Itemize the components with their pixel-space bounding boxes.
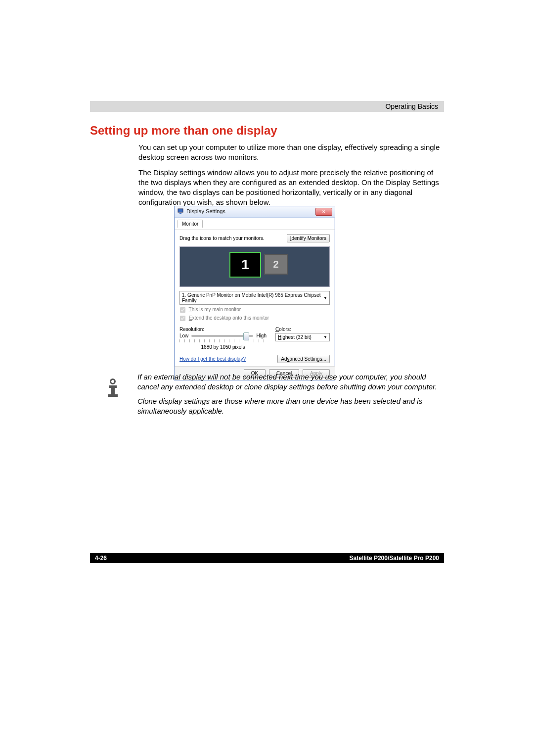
footer-bar: 4-26 Satellite P200/Satellite Pro P200 [90, 553, 444, 563]
monitor-select-value: 1. Generic PnP Monitor on Mobile Intel(R… [182, 292, 323, 303]
svg-rect-5 [108, 394, 118, 397]
body-text: You can set up your computer to utilize … [138, 142, 440, 213]
body-paragraph-1: You can set up your computer to utilize … [138, 142, 440, 163]
monitor-1-icon[interactable]: 1 [229, 252, 261, 278]
extend-desktop-checkbox[interactable] [180, 316, 185, 321]
info-note: If an external display will not be conne… [92, 372, 440, 420]
resolution-value: 1680 by 1050 pixels [179, 344, 267, 350]
info-icon [102, 377, 124, 399]
svg-rect-0 [178, 209, 183, 212]
header-section: Operating Basics [385, 102, 438, 110]
model-name: Satellite P200/Satellite Pro P200 [350, 555, 439, 562]
main-monitor-checkbox-row: This is my main monitor [179, 307, 330, 313]
identify-monitors-button[interactable]: Identify Monitors [287, 234, 330, 242]
monitor-arrangement-area[interactable]: 1 2 [179, 246, 330, 287]
colors-label: Colors: [275, 327, 330, 332]
slider-thumb[interactable] [243, 332, 249, 340]
close-button[interactable]: ✕ [315, 208, 332, 216]
monitor-icon [178, 208, 183, 214]
section-title: Setting up more than one display [90, 124, 277, 138]
drag-instruction: Drag the icons to match your monitors. [179, 236, 265, 241]
svg-rect-1 [179, 213, 181, 214]
tab-monitor[interactable]: Monitor [178, 220, 203, 228]
dialog-titlebar: Display Settings ✕ [175, 206, 335, 218]
chevron-down-icon: ▼ [323, 296, 327, 300]
advanced-settings-button[interactable]: Advanced Settings... [277, 355, 330, 363]
note-paragraph-2: Clone display settings are those where m… [137, 396, 440, 417]
extend-desktop-checkbox-row: Extend the desktop onto this monitor [179, 315, 330, 322]
resolution-low-label: Low [179, 333, 188, 338]
main-monitor-checkbox[interactable] [180, 307, 185, 313]
monitor-2-icon[interactable]: 2 [264, 254, 288, 275]
header-bar: Operating Basics [90, 101, 444, 112]
chevron-down-icon: ▼ [323, 335, 327, 339]
svg-rect-4 [111, 385, 115, 395]
tab-row: Monitor [175, 218, 335, 230]
colors-value: Highest (32 bit) [278, 334, 312, 340]
resolution-slider[interactable] [191, 335, 253, 337]
svg-point-2 [111, 379, 115, 384]
resolution-label: Resolution: [179, 327, 267, 332]
note-paragraph-1: If an external display will not be conne… [137, 372, 440, 392]
page-number: 4-26 [95, 555, 107, 562]
help-link[interactable]: How do I get the best display? [179, 356, 246, 362]
slider-ticks [179, 339, 267, 342]
dialog-title: Display Settings [186, 208, 225, 214]
monitor-select[interactable]: 1. Generic PnP Monitor on Mobile Intel(R… [179, 291, 330, 305]
display-settings-dialog: Display Settings ✕ Monitor Drag the icon… [174, 206, 335, 380]
resolution-high-label: High [256, 333, 267, 338]
body-paragraph-2: The Display settings window allows you t… [138, 168, 440, 208]
colors-select[interactable]: Highest (32 bit) ▼ [275, 333, 330, 341]
